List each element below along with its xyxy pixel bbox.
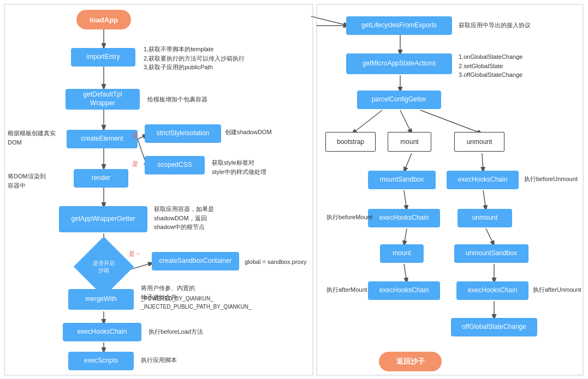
scoped-css-node: scopedCSS bbox=[145, 156, 205, 175]
svg-line-22 bbox=[486, 228, 494, 245]
note-strict-style: 创建shadowDOM bbox=[225, 128, 272, 137]
import-entry-node: importEntry bbox=[71, 48, 135, 67]
svg-line-20 bbox=[483, 190, 486, 210]
bootstrap-node: bootstrap bbox=[325, 132, 376, 152]
strict-style-isolation-node: strictStyleIsolation bbox=[145, 124, 221, 143]
merge-with-node: mergeWith bbox=[68, 289, 134, 310]
note-yes-1: 是 bbox=[132, 131, 138, 140]
exec-hooks-chain-right-1-node: execHooksChain bbox=[447, 171, 519, 189]
unmount-node: unmount bbox=[454, 132, 504, 152]
get-lifecycles-from-exports-node: getLifecyclesFromExports bbox=[346, 16, 452, 35]
exec-hooks-chain-left-node: execHooksChain bbox=[63, 323, 141, 341]
note-after-unmount: 执行afterUnmount bbox=[533, 285, 581, 294]
svg-line-14 bbox=[352, 110, 382, 134]
note-create-element: 根据模板创建真实DOM bbox=[8, 129, 62, 147]
note-app-wrapper: 获取应用容器，如果是shadowDOM，返回shadow中的根节点 bbox=[154, 204, 263, 232]
exec-scripts-node: execScripts bbox=[68, 352, 134, 370]
note-scoped-css: 获取style标签对style中的样式做处理 bbox=[212, 158, 283, 176]
exec-hooks-chain-right-4-node: execHooksChain bbox=[456, 281, 528, 300]
svg-line-23 bbox=[404, 264, 407, 282]
note-before-unmount: 执行beforeUnmount bbox=[524, 175, 578, 184]
create-sandbox-container-node: createSandboxContainer bbox=[152, 252, 239, 270]
unmount-sandbox-node: unmountSandbox bbox=[454, 244, 528, 263]
svg-line-21 bbox=[404, 228, 407, 245]
get-app-wrapper-getter-node: getAppWrapperGetter bbox=[59, 206, 147, 232]
note-default-tpl: 给模板增加个包裹容器 bbox=[147, 95, 207, 104]
parcel-config-getter-node: parcelConfigGetter bbox=[357, 91, 441, 109]
unmount2-node: unmount bbox=[458, 209, 512, 227]
return-sandbox-node: 返回沙子 bbox=[379, 352, 442, 371]
svg-line-15 bbox=[400, 110, 412, 134]
is-open-sandbox-node: 是否开启沙箱 bbox=[74, 237, 134, 297]
note-sandbox-proxy: global = sandbox.proxy bbox=[245, 257, 306, 267]
note-yes-3: 是→ bbox=[129, 249, 141, 258]
note-powered-qiankun: _POWERED_BY_QIANKUN__INJECTED_PUBLIC_PAT… bbox=[141, 294, 288, 311]
note-lifecycles: 获取应用中导出的接入协议 bbox=[459, 21, 531, 30]
note-micro-state: 1.onGlobalStateChange2.setGlobalState3.o… bbox=[459, 52, 522, 80]
note-after-mount: 执行afterMount bbox=[326, 285, 367, 294]
note-exec-scripts: 执行应用脚本 bbox=[141, 356, 177, 365]
svg-line-16 bbox=[420, 110, 482, 134]
exec-hooks-chain-right-3-node: execHooksChain bbox=[368, 281, 440, 300]
exec-hooks-chain-right-2-node: execHooksChain bbox=[368, 209, 440, 227]
note-yes-2: 是 bbox=[132, 159, 138, 169]
svg-line-18 bbox=[482, 153, 483, 172]
get-default-tpl-wrapper-node: getDefaultTpl Wrapper bbox=[66, 89, 140, 110]
note-import-entry: 1,获取不带脚本的template2,获取要执行的方法可以传入沙箱执行3,获取子… bbox=[144, 45, 302, 72]
create-element-node: createElement bbox=[67, 130, 138, 148]
off-global-state-change-node: offGlobalStateChange bbox=[451, 318, 537, 336]
loadapp-node: loadApp bbox=[76, 10, 131, 29]
mount-sandbox-node: mountSandbox bbox=[368, 171, 436, 189]
diagram-container: loadApp importEntry getDefaultTpl Wrappe… bbox=[0, 0, 588, 379]
mount-node: mount bbox=[388, 132, 431, 152]
note-before-mount: 执行beforeMount bbox=[326, 213, 372, 222]
get-micro-app-state-actions-node: getMicroAppStateActions bbox=[346, 53, 452, 74]
svg-line-17 bbox=[404, 153, 412, 172]
svg-line-26 bbox=[311, 16, 348, 26]
svg-line-19 bbox=[404, 190, 407, 210]
mount2-node: mount bbox=[380, 244, 424, 263]
note-exec-hooks-left: 执行beforeLoad方法 bbox=[149, 327, 203, 336]
note-render: 将DOM渲染到容器中 bbox=[8, 172, 62, 190]
render-node: render bbox=[74, 169, 128, 188]
